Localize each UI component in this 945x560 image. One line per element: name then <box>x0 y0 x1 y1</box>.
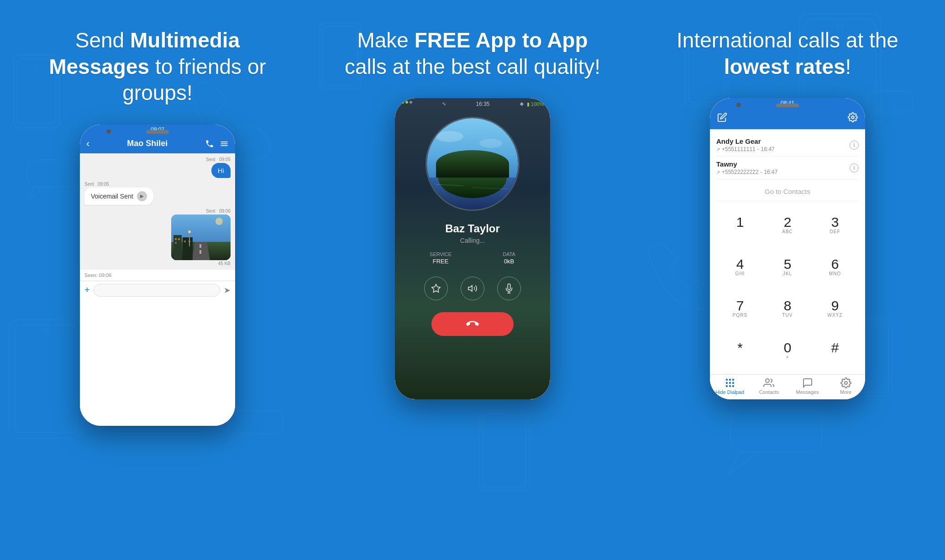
msg-meta-sent-1: Sent 09:05 <box>84 157 231 162</box>
dialpad-nav-icon <box>724 377 735 388</box>
phone-calling: ∿ 16:35 ❖ ▮ 100% <box>395 98 550 399</box>
message-input[interactable] <box>94 284 220 297</box>
nav-messages[interactable]: Messages <box>794 377 821 395</box>
phone-inner-calling: ∿ 16:35 ❖ ▮ 100% <box>395 98 550 399</box>
call-status-time: 16:35 <box>476 101 490 107</box>
call-screen: ∿ 16:35 ❖ ▮ 100% <box>395 98 550 399</box>
service-value: FREE <box>430 258 452 265</box>
svg-rect-34 <box>200 250 201 254</box>
caller-name: Baz Taylor <box>395 222 550 235</box>
svg-rect-57 <box>729 379 731 381</box>
contact-time-2: 16:47 <box>764 169 777 175</box>
key-3[interactable]: 3 DEF <box>812 205 858 245</box>
call-status-icons-right: ❖ ▮ 100% <box>520 101 544 107</box>
settings-icon[interactable] <box>848 112 858 125</box>
msg-row-1: Sent 09:05 Hi <box>84 157 231 178</box>
svg-point-48 <box>438 157 507 198</box>
key-4[interactable]: 4 GHI <box>717 247 763 287</box>
add-attachment-button[interactable]: + <box>84 285 90 295</box>
key-1[interactable]: 1 <box>717 205 763 245</box>
phone-speaker-3 <box>776 104 799 107</box>
dot-3 <box>410 101 412 104</box>
nav-dialpad-label: Hide Dialpad <box>715 389 744 395</box>
panel-dialpad: International calls at the lowest rates!… <box>630 0 945 560</box>
go-to-contacts-btn[interactable]: Go to Contacts <box>710 182 865 201</box>
call-avatar <box>427 118 518 209</box>
contact-item-1: Andy Le Gear ↗ +5551111111 - 16:47 i <box>716 134 859 157</box>
msg-meta-sent-2: Sent 09:05 <box>84 182 231 187</box>
svg-rect-37 <box>178 238 180 240</box>
msg-row-3: Sent 09:06 <box>84 209 231 266</box>
dial-header <box>710 108 865 129</box>
key-9[interactable]: 9 WXYZ <box>812 289 858 329</box>
contact-sub-1: ↗ +5551111111 - 16:47 <box>716 146 775 152</box>
end-call-button[interactable] <box>431 312 514 336</box>
svg-point-42 <box>215 218 223 225</box>
nav-more[interactable]: More <box>832 377 860 395</box>
voicemail-play-btn[interactable]: ▶ <box>137 191 147 201</box>
contact-dash-1: - <box>757 146 759 152</box>
svg-point-65 <box>766 379 769 382</box>
svg-rect-33 <box>200 244 201 248</box>
phone-inner-messaging: 09:07 ‹ Mao Shilei <box>80 125 235 426</box>
nav-messages-label: Messages <box>796 389 819 395</box>
back-button[interactable]: ‹ <box>86 138 89 150</box>
key-8[interactable]: 8 TUV <box>765 289 810 329</box>
send-button[interactable]: ➤ <box>224 285 231 295</box>
call-arrow-1: ↗ <box>716 147 720 152</box>
contact-sub-2: ↗ +55522222222 - 16:47 <box>716 169 777 175</box>
call-status-bar: ∿ 16:35 ❖ ▮ 100% <box>395 98 550 109</box>
msg-header-icons <box>205 139 229 148</box>
svg-marker-54 <box>468 286 472 292</box>
nav-dialpad[interactable]: Hide Dialpad <box>715 377 744 395</box>
svg-rect-35 <box>173 235 182 260</box>
info-btn-2[interactable]: i <box>850 163 859 173</box>
key-5[interactable]: 5 JKL <box>765 247 810 287</box>
key-2[interactable]: 2 ABC <box>765 205 810 245</box>
contact-info-2: Tawny ↗ +55522222222 - 16:47 <box>716 160 777 175</box>
msg-bubble-hi: Hi <box>211 163 231 178</box>
bluetooth-icon: ❖ <box>520 101 524 107</box>
key-6[interactable]: 6 MNO <box>812 247 858 287</box>
service-label: SERVICE <box>430 251 452 257</box>
call-arrow-2: ↗ <box>716 170 720 175</box>
msg-bubble-voicemail: Voicemail Sent ▶ <box>84 188 153 205</box>
menu-icon[interactable] <box>220 139 229 148</box>
call-data-row: SERVICE FREE DATA 0kB <box>404 251 541 265</box>
headline-messaging: Send Multimedia Messages to friends or g… <box>25 27 290 106</box>
nav-contacts[interactable]: Contacts <box>755 377 782 395</box>
speaker-button[interactable] <box>461 277 484 300</box>
signal-dots <box>401 101 412 107</box>
key-0[interactable]: 0 + <box>765 330 810 371</box>
phone-inner-dialpad: 08:41 <box>710 98 865 399</box>
svg-rect-40 <box>184 241 186 242</box>
panel-messaging: Send Multimedia Messages to friends or g… <box>0 0 315 560</box>
info-btn-1[interactable]: i <box>850 141 859 150</box>
dial-bottom-nav: Hide Dialpad Contacts <box>710 374 865 399</box>
nav-more-label: More <box>840 389 851 395</box>
svg-point-55 <box>851 116 854 119</box>
msg-input-row: + ➤ <box>80 281 235 299</box>
contact-item-2: Tawny ↗ +55522222222 - 16:47 i <box>716 157 859 179</box>
phone-dialpad: 08:41 <box>710 98 865 399</box>
phone-icon[interactable] <box>205 139 214 148</box>
contact-info-1: Andy Le Gear ↗ +5551111111 - 16:47 <box>716 137 775 152</box>
end-call-row <box>395 312 550 336</box>
contact-dash-2: - <box>760 169 762 175</box>
svg-rect-64 <box>732 385 734 387</box>
star-button[interactable] <box>424 277 448 300</box>
data-label: DATA <box>503 251 515 257</box>
mute-button[interactable] <box>497 277 521 300</box>
hero-layout: Send Multimedia Messages to friends or g… <box>0 0 945 560</box>
edit-icon[interactable] <box>717 112 727 125</box>
dial-contacts-section: Andy Le Gear ↗ +5551111111 - 16:47 i <box>710 129 865 182</box>
contact-name-1: Andy Le Gear <box>716 137 775 145</box>
svg-rect-56 <box>726 379 728 381</box>
panel-calling: Make FREE App to App calls at the best c… <box>315 0 630 560</box>
key-hash[interactable]: # <box>812 330 858 371</box>
key-star[interactable]: * <box>717 330 763 371</box>
svg-rect-38 <box>175 242 177 244</box>
key-7[interactable]: 7 PQRS <box>717 289 763 329</box>
phone-camera-1 <box>106 129 111 134</box>
msg-header: ‹ Mao Shilei <box>80 134 235 153</box>
